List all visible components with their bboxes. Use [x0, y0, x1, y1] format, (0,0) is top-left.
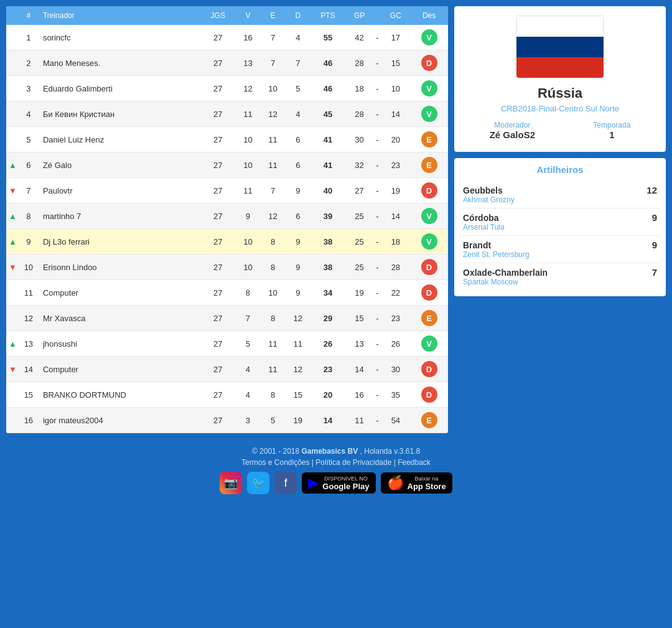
gp-cell: 18: [345, 76, 373, 101]
table-row: 8 martinho 7 27 9 12 6 39 25 - 14 V: [6, 204, 448, 229]
gc-cell: 23: [381, 152, 411, 178]
flag-red-stripe: [516, 57, 604, 78]
v-cell: 9: [235, 204, 260, 229]
table-row: 1 sorincfc 27 16 7 4 55 42 - 17 V: [6, 25, 448, 50]
trend-cell: [6, 331, 19, 357]
trend-cell: [6, 357, 19, 382]
app-store-button[interactable]: 🍎 Baixar na App Store: [381, 472, 452, 494]
status-badge: D: [421, 284, 437, 301]
scorer-goals: 9: [652, 212, 657, 223]
e-cell: 11: [261, 127, 286, 152]
status-badge: E: [421, 157, 437, 173]
trend-cell: [6, 306, 19, 331]
jgs-cell: 27: [200, 408, 235, 433]
gp-cell: 28: [345, 50, 373, 76]
terms-link[interactable]: Termos e Condições: [241, 458, 309, 467]
rank-cell: 5: [19, 127, 38, 152]
jgs-cell: 27: [200, 25, 235, 50]
gp-cell: 42: [345, 25, 373, 50]
v-cell: 10: [235, 255, 260, 280]
gp-cell: 11: [345, 408, 373, 433]
rank-cell: 16: [19, 408, 38, 433]
rank-cell: 6: [19, 152, 38, 178]
google-play-button[interactable]: ▶ DISPONÍVEL NO Google Play: [302, 472, 375, 494]
separator-cell: -: [373, 50, 381, 76]
table-row: 15 BRANKO DORTMUND 27 4 8 15 20 16 - 35 …: [6, 382, 448, 408]
e-cell: 7: [261, 50, 286, 76]
rank-cell: 4: [19, 101, 38, 127]
des-cell: V: [410, 76, 448, 101]
separator-cell: -: [373, 357, 381, 382]
twitter-icon[interactable]: 🐦: [247, 472, 269, 494]
separator-cell: -: [373, 255, 381, 280]
d-cell: 4: [286, 25, 310, 50]
trend-down-icon: [9, 186, 17, 195]
e-cell: 7: [261, 25, 286, 50]
trend-cell: [6, 408, 19, 433]
status-badge: E: [421, 310, 437, 326]
instagram-icon[interactable]: 📷: [220, 472, 242, 494]
gc-cell: 18: [381, 229, 411, 255]
e-cell: 8: [261, 382, 286, 408]
separator-cell: -: [373, 408, 381, 433]
gp-cell: 16: [345, 382, 373, 408]
feedback-link[interactable]: Feedback: [398, 458, 431, 467]
v-cell: 3: [235, 408, 260, 433]
v-cell: 8: [235, 280, 260, 306]
col-header-v: V: [235, 6, 260, 25]
v-cell: 5: [235, 331, 260, 357]
name-cell: sorincfc: [38, 25, 200, 50]
gp-cell: 14: [345, 357, 373, 382]
rank-cell: 8: [19, 204, 38, 229]
name-cell: jhonsushi: [38, 331, 200, 357]
status-badge: D: [421, 259, 437, 275]
col-header-pts: PTS: [310, 6, 345, 25]
e-cell: 7: [261, 178, 286, 204]
d-cell: 12: [286, 306, 310, 331]
des-cell: V: [410, 229, 448, 255]
jgs-cell: 27: [200, 382, 235, 408]
scorer-name: Brandt: [463, 240, 491, 250]
status-badge: V: [421, 106, 437, 122]
name-cell: Computer: [38, 280, 200, 306]
d-cell: 4: [286, 101, 310, 127]
moderador-value: Zé GaloS2: [490, 129, 535, 140]
company-name: Gamebasics BV: [302, 447, 358, 456]
footer-social: 📷 🐦 f ▶ DISPONÍVEL NO Google Play 🍎 Baix…: [0, 472, 672, 494]
trend-cell: [6, 127, 19, 152]
e-cell: 11: [261, 331, 286, 357]
status-badge: V: [421, 208, 437, 224]
privacy-link[interactable]: Política de Privacidade: [315, 458, 391, 467]
scorer-row: Geubbels 12: [463, 185, 657, 195]
gp-cell: 25: [345, 255, 373, 280]
col-header-des: Des: [410, 6, 448, 25]
status-badge: V: [421, 29, 437, 45]
v-cell: 11: [235, 178, 260, 204]
v-cell: 11: [235, 101, 260, 127]
scorer-goals: 12: [646, 185, 657, 195]
pts-cell: 38: [310, 255, 345, 280]
facebook-icon[interactable]: f: [274, 472, 297, 494]
status-badge: D: [421, 55, 437, 71]
col-header-jgs: JGS: [200, 6, 235, 25]
gc-cell: 23: [381, 306, 411, 331]
des-cell: V: [410, 204, 448, 229]
pts-cell: 46: [310, 50, 345, 76]
gc-cell: 30: [381, 357, 411, 382]
flag-white-stripe: [516, 16, 604, 37]
separator-cell: -: [373, 101, 381, 127]
scorer-item: Brandt 9 Zenit St. Petersburg: [460, 236, 660, 263]
table-row: 12 Mr Xavasca 27 7 8 12 29 15 - 23 E: [6, 306, 448, 331]
status-badge: D: [421, 387, 437, 403]
separator-cell: -: [373, 280, 381, 306]
trend-cell: [6, 229, 19, 255]
standings-table: # Treinador JGS V E D PTS GP GC Des 1 so…: [6, 6, 448, 433]
status-badge: E: [421, 412, 437, 428]
trend-cell: [6, 25, 19, 50]
e-cell: 8: [261, 306, 286, 331]
status-badge: V: [421, 80, 437, 96]
e-cell: 12: [261, 204, 286, 229]
standings-table-section: # Treinador JGS V E D PTS GP GC Des 1 so…: [6, 6, 448, 433]
country-card: Rússia CRB2018-Final-Centro Sul Norte Mo…: [454, 6, 666, 152]
d-cell: 9: [286, 280, 310, 306]
